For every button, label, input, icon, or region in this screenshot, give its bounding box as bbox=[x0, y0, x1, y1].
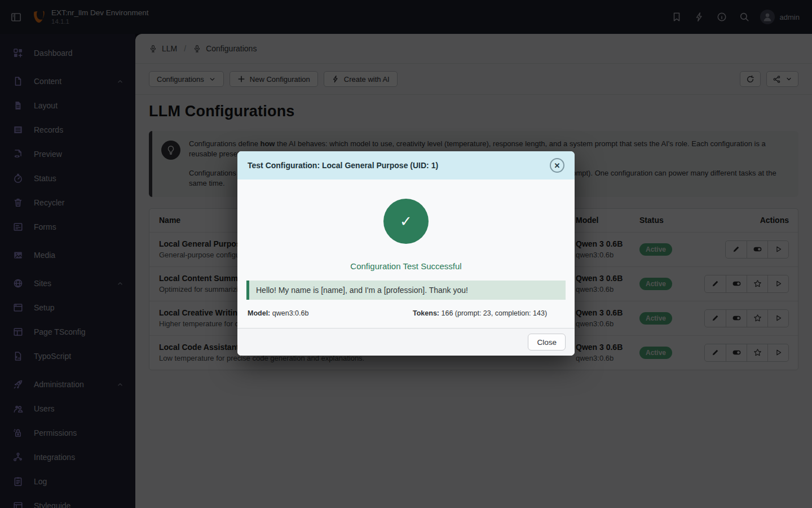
modal-title: Test Configuration: Local General Purpos… bbox=[248, 161, 438, 170]
modal-footer: Close bbox=[237, 328, 575, 356]
modal-close-button[interactable]: ✕ bbox=[550, 158, 564, 173]
modal-header: Test Configuration: Local General Purpos… bbox=[237, 151, 575, 179]
success-check-circle: ✓ bbox=[383, 199, 429, 244]
tokens-meta: Tokens: 166 (prompt: 23, completion: 143… bbox=[406, 309, 564, 317]
close-icon: ✕ bbox=[554, 162, 561, 169]
modal-body: ✓ Configuration Test Successful Hello! M… bbox=[237, 199, 575, 317]
test-configuration-modal: Test Configuration: Local General Purpos… bbox=[237, 151, 575, 356]
close-button[interactable]: Close bbox=[528, 334, 566, 351]
model-label: Model: bbox=[248, 309, 270, 317]
tokens-label: Tokens: bbox=[413, 309, 439, 317]
success-text: Configuration Test Successful bbox=[246, 261, 566, 271]
check-icon: ✓ bbox=[400, 213, 412, 230]
tokens-value: 166 (prompt: 23, completion: 143) bbox=[441, 309, 547, 317]
model-meta: Model: qwen3:0.6b bbox=[248, 309, 406, 317]
model-value: qwen3:0.6b bbox=[272, 309, 309, 317]
response-message: Hello! My name is [name], and I'm a [pro… bbox=[246, 281, 566, 300]
result-meta: Model: qwen3:0.6b Tokens: 166 (prompt: 2… bbox=[248, 309, 564, 317]
